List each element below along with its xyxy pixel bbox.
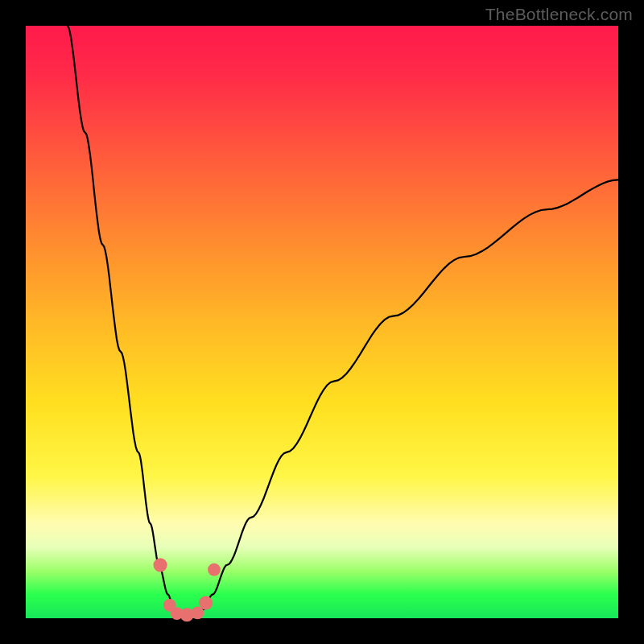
plot-area: [26, 26, 618, 618]
data-marker: [199, 596, 213, 609]
bottleneck-curve: [26, 26, 618, 618]
curve-left-branch: [68, 26, 179, 615]
curve-right-branch: [197, 180, 618, 615]
chart-frame: TheBottleneck.com: [0, 0, 644, 644]
data-marker: [208, 564, 221, 576]
marker-group: [154, 558, 221, 621]
watermark-text: TheBottleneck.com: [485, 5, 633, 24]
data-marker: [154, 558, 167, 572]
